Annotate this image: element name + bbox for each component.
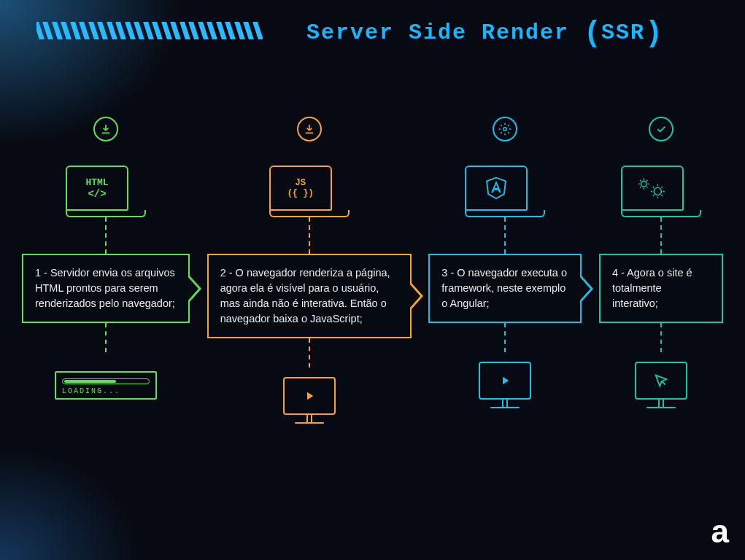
laptop-sub-js: ({ }): [287, 188, 314, 198]
title-paren-close: ): [645, 18, 663, 50]
laptop-js: JS ({ }): [269, 147, 350, 217]
angular-icon: [484, 175, 509, 201]
step-1: HTML </> 1 - Servidor envia os arquivos …: [22, 117, 190, 418]
step-4: 4 - Agora o site é totalmente interativo…: [599, 117, 723, 418]
watermark: a: [711, 513, 729, 550]
monitor-play-icon: [283, 368, 336, 433]
step-2: JS ({ }) 2 - O navegador renderiza a pág…: [207, 117, 412, 433]
download-icon: [93, 117, 118, 141]
decorative-hatch: [36, 22, 263, 39]
laptop-label-html: HTML: [85, 177, 108, 188]
connector-line: [504, 217, 506, 254]
connector-line: [105, 323, 107, 352]
monitor-play-icon: [479, 352, 531, 418]
title-paren-open: (: [584, 18, 601, 50]
check-icon: [649, 117, 673, 141]
step-2-text: 2 - O navegador renderiza a página, agor…: [220, 267, 390, 324]
step-4-box: 4 - Agora o site é totalmente interativo…: [599, 254, 723, 323]
step-2-box: 2 - O navegador renderiza a página, agor…: [207, 254, 412, 338]
step-1-box: 1 - Servidor envia os arquivos HTML pron…: [22, 254, 190, 323]
loading-text: LOADING...: [62, 387, 150, 395]
download-icon: [297, 117, 322, 141]
ssr-diagram: HTML </> 1 - Servidor envia os arquivos …: [22, 117, 723, 433]
svg-point-1: [641, 181, 646, 186]
loading-icon: LOADING...: [55, 352, 157, 418]
step-3-text: 3 - O navegador executa o framework, nes…: [441, 267, 567, 309]
svg-point-0: [503, 128, 507, 131]
step-1-text: 1 - Servidor envia os arquivos HTML pron…: [35, 267, 175, 309]
laptop-gears: [621, 147, 701, 217]
page-title: Server Side Render (SSR): [306, 18, 663, 50]
title-acronym: SSR: [601, 20, 645, 45]
connector-line: [309, 217, 310, 254]
laptop-html: HTML </>: [66, 147, 146, 217]
laptop-label-js: JS: [295, 178, 305, 188]
laptop-angular: [465, 147, 545, 217]
connector-line: [660, 323, 662, 352]
gear-icon: [493, 117, 517, 141]
connector-line: [660, 217, 662, 254]
step-3-box: 3 - O navegador executa o framework, nes…: [428, 254, 582, 323]
title-text: Server Side Render: [306, 20, 584, 45]
gears-icon: [636, 176, 668, 201]
connector-line: [504, 323, 506, 352]
laptop-sub-html: </>: [88, 188, 106, 200]
connector-line: [105, 217, 107, 254]
monitor-cursor-icon: [635, 352, 687, 418]
svg-point-2: [654, 187, 661, 195]
step-4-text: 4 - Agora o site é totalmente interativo…: [612, 267, 692, 309]
connector-line: [309, 338, 310, 368]
step-3: 3 - O navegador executa o framework, nes…: [428, 117, 582, 418]
